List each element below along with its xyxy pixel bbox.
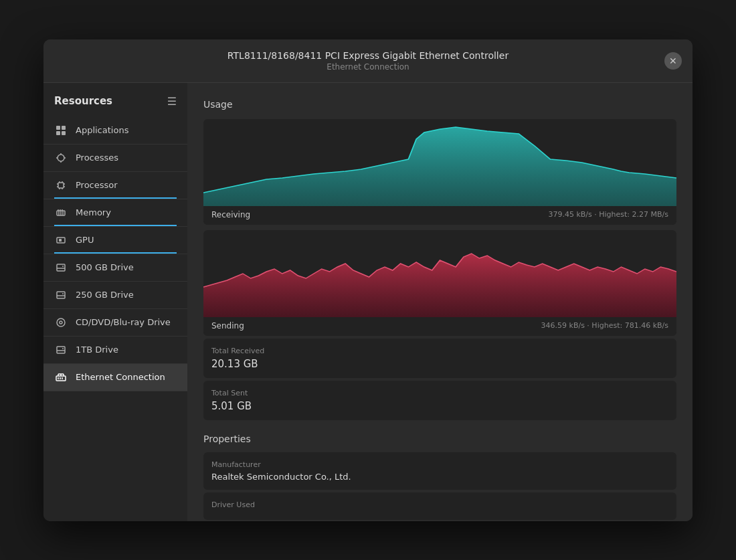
svg-rect-3 [62,131,66,135]
body: Resources ☰ Applications [43,83,693,521]
titlebar: RTL8111/8168/8411 PCI Express Gigabit Et… [43,39,693,83]
manufacturer-label: Manufacturer [211,460,668,469]
stats-section: Total Received 20.13 GB Total Sent 5.01 … [203,339,676,420]
processor-underline [54,197,177,199]
sidebar-item-gpu[interactable]: GPU [43,227,187,254]
svg-rect-9 [58,183,64,188]
sidebar-label-250gb: 250 GB Drive [76,290,134,300]
sidebar-item-500gb[interactable]: 500 GB Drive [43,254,187,282]
receiving-stat: 379.45 kB/s · Highest: 2.27 MB/s [548,210,668,219]
sidebar-item-1tb[interactable]: 1TB Drive [43,337,187,364]
gpu-underline [54,252,177,254]
total-sent-box: Total Sent 5.01 GB [203,381,676,420]
500gb-icon [54,261,68,274]
sidebar-label-memory: Memory [76,207,111,217]
sending-stat: 346.59 kB/s · Highest: 781.46 kB/s [541,321,668,330]
window-subtitle: Ethernet Connection [57,62,679,72]
main-window: RTL8111/8168/8411 PCI Express Gigabit Et… [43,39,693,521]
250gb-icon [54,288,68,302]
svg-point-37 [62,348,64,349]
receiving-label: Receiving [211,210,250,219]
svg-point-4 [58,155,64,161]
sidebar-label-ethernet: Ethernet Connection [76,372,165,382]
sidebar-label-processor: Processor [76,180,118,190]
sidebar-label-cddvd: CD/DVD/Blu-ray Drive [76,317,171,327]
close-button[interactable]: ✕ [664,52,682,70]
svg-rect-0 [56,126,60,130]
sidebar-item-processor[interactable]: Processor [43,172,187,199]
svg-marker-46 [203,127,676,206]
svg-point-34 [60,321,62,324]
processor-icon [54,179,68,192]
sending-label: Sending [211,321,244,331]
sidebar-label-500gb: 500 GB Drive [76,262,134,272]
total-received-label: Total Received [211,347,668,355]
sidebar-item-250gb[interactable]: 250 GB Drive [43,282,187,309]
cddvd-icon [54,316,68,329]
svg-rect-26 [59,239,62,242]
menu-icon[interactable]: ☰ [167,95,177,108]
receiving-chart-container: Receiving 379.45 kB/s · Highest: 2.27 MB… [203,119,676,225]
manufacturer-box: Manufacturer Realtek Semiconductor Co., … [203,452,676,490]
total-sent-label: Total Sent [211,389,668,397]
svg-rect-27 [57,264,65,271]
svg-rect-2 [56,131,60,135]
sidebar-item-memory[interactable]: Memory [43,199,187,227]
ethernet-icon [54,371,68,384]
sidebar-label-processes: Processes [76,153,118,163]
sidebar-item-cddvd[interactable]: CD/DVD/Blu-ray Drive [43,309,187,337]
sidebar-item-ethernet[interactable]: Ethernet Connection [43,364,187,391]
receiving-chart-label: Receiving 379.45 kB/s · Highest: 2.27 MB… [203,206,676,225]
sidebar-label-1tb: 1TB Drive [76,345,118,355]
driver-box: Driver Used [203,492,676,520]
window-title: RTL8111/8168/8411 PCI Express Gigabit Et… [57,50,679,61]
usage-title: Usage [203,99,676,110]
sidebar-label-gpu: GPU [76,235,94,245]
sending-chart-label: Sending 346.59 kB/s · Highest: 781.46 kB… [203,317,676,336]
sidebar-item-applications[interactable]: Applications [43,117,187,145]
svg-point-33 [57,318,65,326]
processes-icon [54,151,68,165]
sending-chart-wrapper [203,230,676,317]
sidebar: Resources ☰ Applications [43,83,187,521]
1tb-icon [54,343,68,357]
svg-point-29 [62,266,64,267]
svg-point-32 [62,293,64,294]
manufacturer-value: Realtek Semiconductor Co., Ltd. [211,472,668,482]
sending-chart-container: Sending 346.59 kB/s · Highest: 781.46 kB… [203,230,676,336]
receiving-chart-wrapper [203,119,676,206]
memory-underline [54,225,177,226]
total-received-value: 20.13 GB [211,358,668,370]
properties-title: Properties [203,434,676,444]
svg-rect-1 [62,126,66,130]
gpu-icon [54,234,68,247]
total-sent-value: 5.01 GB [211,400,668,412]
receiving-chart [203,119,676,206]
sidebar-item-processes[interactable]: Processes [43,145,187,172]
sidebar-title: Resources [54,95,112,107]
total-received-box: Total Received 20.13 GB [203,339,676,378]
svg-marker-47 [203,254,676,317]
sidebar-header: Resources ☰ [43,88,187,117]
svg-rect-30 [57,292,65,298]
applications-icon [54,124,68,137]
svg-rect-35 [57,347,65,353]
main-content: Usage Rece [187,83,693,521]
sidebar-label-applications: Applications [76,125,128,135]
memory-icon [54,206,68,219]
driver-label: Driver Used [211,500,668,509]
svg-rect-38 [56,376,66,381]
sending-chart [203,230,676,317]
